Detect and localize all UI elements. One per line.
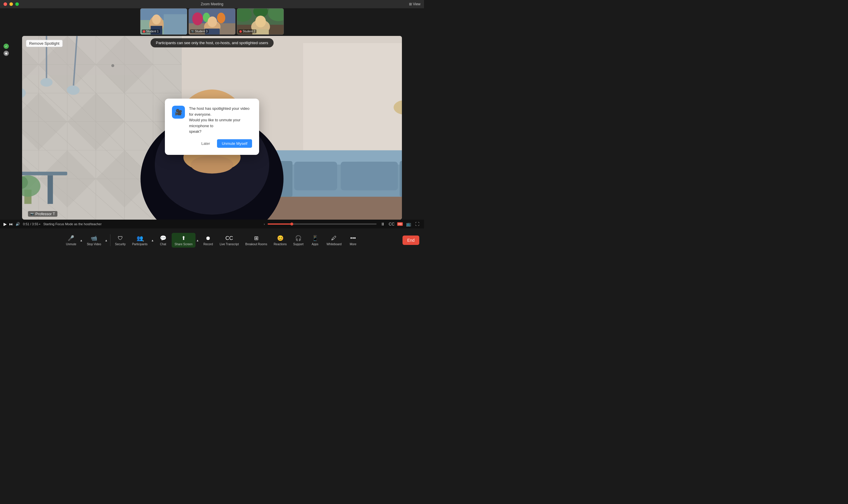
share-chevron[interactable]: ▲ xyxy=(196,238,200,242)
window-title: Zoom Meeting xyxy=(201,2,223,6)
captions-button[interactable]: CC xyxy=(389,221,395,227)
whiteboard-icon: 🖊 xyxy=(330,235,338,242)
mic-muted-icon xyxy=(143,30,145,33)
progress-bar-area: ▶ ⏭ 🔊 0:51 / 3:55 • Starting Focus Mode … xyxy=(0,220,424,229)
student3-label: 📷 Student 3 xyxy=(190,30,209,33)
share-icon: ⬆ xyxy=(180,235,187,242)
shield-icon: 🛡 xyxy=(117,235,124,242)
svg-point-10 xyxy=(217,13,225,23)
share-screen-group: ⬆ Share Screen ▲ xyxy=(172,233,200,248)
live-transcript-button[interactable]: CC Live Transcript xyxy=(217,233,242,248)
participant-thumb-student1[interactable]: Student 1 xyxy=(140,8,187,35)
hd-badge: HD xyxy=(397,222,403,226)
reactions-icon: 😊 xyxy=(277,235,284,242)
svg-rect-70 xyxy=(303,43,402,157)
svg-rect-57 xyxy=(22,172,67,175)
view-button[interactable]: ⊞ View xyxy=(409,2,420,6)
support-button[interactable]: 🎧 Support xyxy=(290,233,307,248)
breakout-rooms-button[interactable]: ⊞ Breakout Rooms xyxy=(242,233,270,248)
svg-point-87 xyxy=(191,156,234,174)
caption-chevron-icon[interactable]: › xyxy=(264,222,265,226)
professor-label: 📷 Professor T xyxy=(28,211,57,217)
svg-rect-75 xyxy=(400,161,402,197)
transcript-icon: CC xyxy=(225,235,233,242)
toolbar-center: 🎤 Unmute ▲ 📹 Stop Video ▲ 🛡 Security 👥 xyxy=(63,233,361,248)
fullscreen-button[interactable]: ⛶ xyxy=(414,221,420,227)
modal-actions: Later Unmute Myself xyxy=(172,139,252,147)
share-screen-button[interactable]: ⬆ Share Screen xyxy=(172,233,196,248)
participants-button[interactable]: 👥 4 Participants xyxy=(129,233,150,248)
window-controls[interactable] xyxy=(3,2,19,6)
toolbar-right: End xyxy=(402,235,419,245)
student1-label: Student 1 xyxy=(142,30,160,33)
progress-bar[interactable] xyxy=(268,223,377,224)
more-icon: ••• xyxy=(349,235,357,242)
breakout-icon: ⊞ xyxy=(253,235,260,242)
participants-group: 👥 4 Participants ▲ xyxy=(129,233,155,248)
side-indicators: ✓ ⏺ xyxy=(3,43,9,56)
play-button[interactable]: ▶ xyxy=(3,222,7,227)
toolbar-sep1 xyxy=(110,234,110,246)
participant-thumb-student2[interactable]: Student 2 xyxy=(237,8,284,35)
chat-button[interactable]: 💬 Chat xyxy=(155,233,171,248)
svg-rect-76 xyxy=(294,162,337,190)
chat-icon: 💬 xyxy=(160,235,167,242)
close-button[interactable] xyxy=(3,2,7,6)
progress-fill xyxy=(268,223,291,224)
time-display: 0:51 / 3:55 • xyxy=(23,222,40,226)
svg-rect-59 xyxy=(48,175,53,204)
security-button[interactable]: 🛡 Security xyxy=(112,233,129,248)
record-button[interactable]: ⏺ Record xyxy=(200,233,216,248)
stop-video-group: 📹 Stop Video ▲ xyxy=(84,233,108,248)
mic-icon: 🎤 xyxy=(68,235,74,242)
end-button[interactable]: End xyxy=(402,235,419,245)
support-icon: 🎧 xyxy=(295,235,302,242)
progress-right-controls: ⏸ CC HD 📺 ⛶ xyxy=(380,221,420,227)
participants-chevron[interactable]: ▲ xyxy=(150,238,155,242)
recording-indicator[interactable]: ⏺ xyxy=(3,51,9,56)
reactions-button[interactable]: 😊 Reactions xyxy=(271,233,289,248)
unmute-group: 🎤 Unmute ▲ xyxy=(63,233,83,248)
participants-strip: Student 1 📷 Student 3 xyxy=(140,8,284,35)
camera-toolbar-icon: 📹 xyxy=(90,235,97,242)
volume-button[interactable]: 🔊 xyxy=(16,222,20,226)
svg-point-8 xyxy=(192,12,203,25)
camera-icon: 📷 xyxy=(191,30,194,33)
unmute-chevron[interactable]: ▲ xyxy=(79,238,83,242)
progress-thumb xyxy=(290,222,293,226)
participants-count: 4 xyxy=(143,240,144,242)
skip-button[interactable]: ⏭ xyxy=(9,222,13,227)
whiteboard-button[interactable]: 🖊 Whiteboard xyxy=(324,233,344,248)
bottom-toolbar: 🎤 Unmute ▲ 📹 Stop Video ▲ 🛡 Security 👥 xyxy=(0,229,424,252)
modal-content: 🎥 The host has spotlighted your video fo… xyxy=(172,106,252,134)
title-bar: Zoom Meeting ⊞ View xyxy=(0,0,424,8)
pause-button[interactable]: ⏸ xyxy=(380,221,386,227)
svg-point-63 xyxy=(40,78,52,87)
maximize-button[interactable] xyxy=(15,2,19,6)
more-button[interactable]: ••• More xyxy=(345,233,361,248)
minimize-button[interactable] xyxy=(10,2,13,6)
zoom-logo-icon: 🎥 xyxy=(172,106,185,119)
unmute-myself-button[interactable]: Unmute Myself xyxy=(217,139,252,147)
unmute-button[interactable]: 🎤 Unmute xyxy=(63,233,79,248)
unmute-dialog: 🎥 The host has spotlighted your video fo… xyxy=(165,98,259,155)
participant-thumb-student3[interactable]: 📷 Student 3 xyxy=(188,8,236,35)
play-controls: ▶ ⏭ 🔊 xyxy=(3,222,20,227)
security-indicator[interactable]: ✓ xyxy=(3,43,9,49)
svg-rect-2 xyxy=(164,14,187,34)
mic-muted-icon2 xyxy=(239,30,242,33)
camera-icon: 🎥 xyxy=(175,109,182,116)
cast-button[interactable]: 📺 xyxy=(405,221,412,227)
svg-rect-78 xyxy=(355,162,398,190)
video-muted-icon: 📷 xyxy=(30,212,34,216)
caption-text: Starting Focus Mode as the host/teacher xyxy=(43,222,261,226)
participants-icon: 👥 4 xyxy=(136,235,143,242)
remove-spotlight-button[interactable]: Remove Spotlight xyxy=(26,40,63,47)
svg-point-12 xyxy=(208,17,217,27)
stop-video-button[interactable]: 📹 Stop Video xyxy=(84,233,104,248)
apps-button[interactable]: 📱 Apps xyxy=(307,233,323,248)
later-button[interactable]: Later xyxy=(197,139,214,147)
student2-label: Student 2 xyxy=(238,30,256,33)
video-chevron[interactable]: ▲ xyxy=(104,238,108,242)
svg-point-4 xyxy=(152,14,161,24)
